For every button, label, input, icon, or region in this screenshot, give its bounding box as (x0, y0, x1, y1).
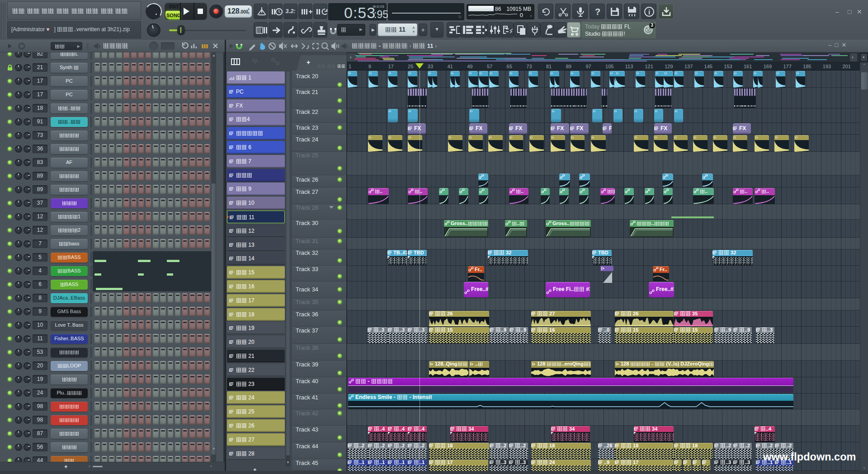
svg-text:i: i (648, 8, 650, 16)
svg-text:?: ? (595, 7, 600, 17)
